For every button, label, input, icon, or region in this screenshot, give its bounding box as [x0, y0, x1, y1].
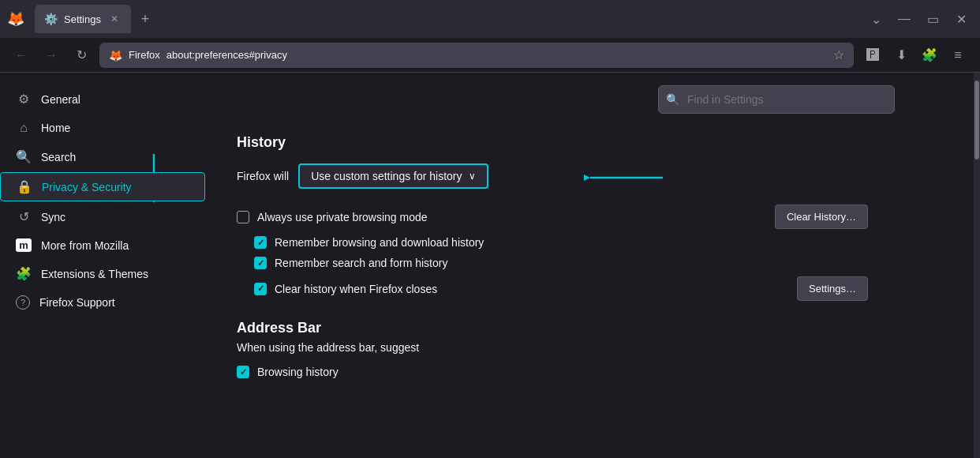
browse-history-checkbox[interactable] — [254, 236, 267, 249]
sidebar-item-privacy-label: Privacy & Security — [42, 181, 132, 193]
tab-bar: ⚙️ Settings ✕ + — [35, 5, 857, 33]
main-layout: ⚙ General ⌂ Home 🔍 Search 🔒 Privacy & Se… — [0, 73, 980, 458]
sidebar-item-extensions-label: Extensions & Themes — [41, 268, 148, 280]
new-tab-button[interactable]: + — [134, 8, 156, 30]
dropdown-chevron-icon: ∨ — [469, 171, 476, 182]
content-inner: History Firefox will Use custom settings… — [237, 134, 868, 382]
scrollbar-track[interactable] — [974, 73, 980, 458]
titlebar-controls: ⌄ — ▭ ✕ — [863, 6, 974, 32]
extensions-button[interactable]: 🧩 — [917, 43, 942, 68]
history-options: Always use private browsing mode Clear H… — [237, 205, 868, 301]
browsing-history-checkbox[interactable] — [237, 366, 249, 378]
extensions-icon: 🧩 — [16, 266, 32, 281]
form-history-row: Remember search and form history — [237, 253, 868, 273]
private-mode-checkbox[interactable] — [237, 211, 249, 223]
firefox-brand-label: Firefox — [129, 49, 160, 61]
cyan-arrow-annotation — [584, 166, 663, 190]
sidebar-item-sync-label: Sync — [41, 211, 65, 223]
find-input-wrapper: 🔍 — [658, 85, 895, 114]
toolbar-icons: 🅿 ⬇ 🧩 ≡ — [860, 43, 971, 68]
address-bar-section: Address Bar When using the address bar, … — [237, 320, 868, 382]
settings-button[interactable]: Settings… — [797, 276, 868, 301]
browsing-history-label: Browsing history — [257, 366, 339, 378]
scrollbar-thumb[interactable] — [974, 81, 979, 160]
clear-on-close-row: Clear history when Firefox closes Settin… — [237, 276, 868, 301]
clear-on-close-checkbox[interactable] — [254, 283, 267, 295]
sidebar-item-sync[interactable]: ↺ Sync — [0, 203, 205, 231]
firefox-will-label: Firefox will — [237, 170, 289, 182]
navbar: ← → ↻ 🦊 Firefox about:preferences#privac… — [0, 38, 980, 73]
history-dropdown-row: Firefox will Use custom settings for his… — [237, 163, 868, 189]
private-mode-row: Always use private browsing mode Clear H… — [237, 205, 868, 229]
forward-button[interactable]: → — [39, 43, 63, 67]
download-button[interactable]: ⬇ — [888, 43, 914, 68]
form-history-label: Remember search and form history — [275, 257, 447, 269]
clear-on-close-label: Clear history when Firefox closes — [275, 283, 437, 295]
sidebar-item-mozilla-label: More from Mozilla — [41, 239, 129, 252]
lock-icon: 🔒 — [17, 179, 32, 194]
sidebar-item-general-label: General — [41, 93, 80, 106]
list-tabs-button[interactable]: ⌄ — [863, 6, 888, 32]
maximize-button[interactable]: ▭ — [920, 6, 945, 32]
bookmark-star-button[interactable]: ☆ — [833, 47, 844, 62]
sidebar-item-support[interactable]: ? Firefox Support — [0, 289, 205, 316]
find-in-settings-input[interactable] — [658, 85, 895, 114]
reload-button[interactable]: ↻ — [69, 43, 93, 67]
browsing-history-checkbox-row: Browsing history — [237, 362, 868, 382]
clear-history-button[interactable]: Clear History… — [775, 205, 868, 229]
settings-tab-icon: ⚙️ — [44, 13, 58, 25]
back-button[interactable]: ← — [9, 43, 33, 67]
history-will-row: Firefox will Use custom settings for his… — [237, 163, 868, 189]
private-mode-checkbox-row: Always use private browsing mode — [237, 207, 428, 227]
address-bar-title: Address Bar — [237, 320, 868, 336]
url-text: about:preferences#privacy — [166, 49, 287, 61]
minimize-button[interactable]: — — [892, 6, 917, 32]
browse-history-label: Remember browsing and download history — [275, 236, 484, 249]
browse-history-row: Remember browsing and download history — [237, 232, 868, 253]
pocket-button[interactable]: 🅿 — [860, 43, 885, 68]
find-bar-container: 🔍 — [237, 73, 942, 126]
titlebar: 🦊 ⚙️ Settings ✕ + ⌄ — ▭ ✕ — [0, 0, 980, 38]
sync-icon: ↺ — [16, 209, 32, 224]
sidebar-item-extensions[interactable]: 🧩 Extensions & Themes — [0, 260, 205, 287]
sidebar-item-support-label: Firefox Support — [39, 296, 115, 309]
menu-button[interactable]: ≡ — [945, 43, 971, 68]
dropdown-label-text: Use custom settings for history — [311, 170, 462, 182]
form-history-checkbox[interactable] — [254, 257, 267, 269]
history-section-title: History — [237, 134, 868, 151]
sidebar-item-privacy[interactable]: 🔒 Privacy & Security — [0, 172, 205, 201]
settings-tab[interactable]: ⚙️ Settings ✕ — [35, 5, 131, 33]
private-mode-label: Always use private browsing mode — [257, 211, 428, 223]
sidebar-item-mozilla[interactable]: m More from Mozilla — [0, 232, 205, 258]
sidebar-item-home[interactable]: ⌂ Home — [0, 114, 205, 141]
mozilla-icon: m — [16, 238, 32, 252]
sidebar-item-general[interactable]: ⚙ General — [0, 85, 205, 113]
general-icon: ⚙ — [16, 92, 32, 107]
clear-on-close-checkbox-row: Clear history when Firefox closes — [237, 279, 437, 299]
address-bar[interactable]: 🦊 Firefox about:preferences#privacy ☆ — [99, 43, 854, 68]
close-window-button[interactable]: ✕ — [948, 6, 974, 32]
settings-tab-label: Settings — [64, 13, 101, 25]
sidebar: ⚙ General ⌂ Home 🔍 Search 🔒 Privacy & Se… — [0, 73, 205, 458]
firefox-brand-icon: 🦊 — [109, 49, 122, 62]
home-icon: ⌂ — [16, 121, 32, 135]
history-dropdown-button[interactable]: Use custom settings for history ∨ — [298, 163, 488, 189]
support-icon: ? — [16, 295, 30, 310]
sidebar-item-search[interactable]: 🔍 Search — [0, 143, 205, 171]
address-bar-subtitle: When using the address bar, suggest — [237, 341, 868, 354]
firefox-logo-icon: 🦊 — [6, 9, 25, 28]
search-icon: 🔍 — [16, 149, 32, 164]
sidebar-item-search-label: Search — [41, 151, 76, 163]
content-area: 🔍 History Firefox will Use custom settin… — [205, 73, 974, 458]
sidebar-item-home-label: Home — [41, 122, 70, 134]
tab-close-button[interactable]: ✕ — [107, 12, 122, 26]
